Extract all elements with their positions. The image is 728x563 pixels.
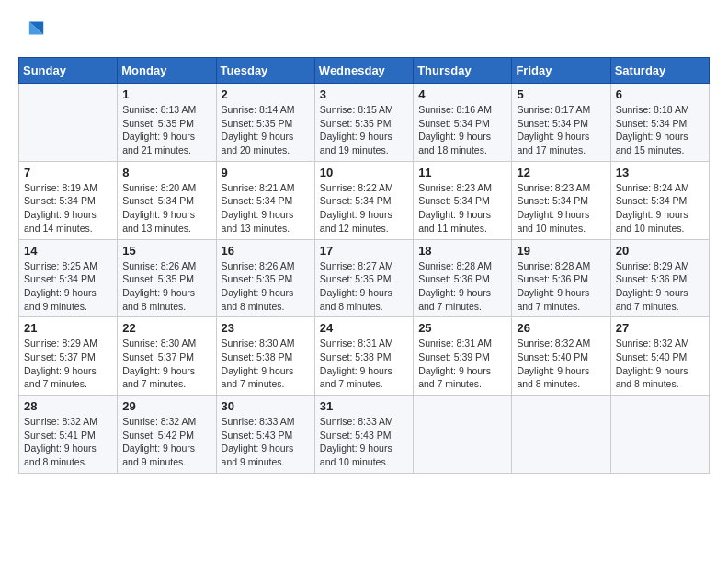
day-info: Sunrise: 8:32 AMSunset: 5:42 PMDaylight:… (122, 415, 210, 469)
calendar-cell: 27Sunrise: 8:32 AMSunset: 5:40 PMDayligh… (610, 317, 709, 396)
day-number: 2 (222, 87, 310, 101)
calendar-cell: 19Sunrise: 8:28 AMSunset: 5:36 PMDayligh… (512, 239, 610, 317)
calendar-cell: 6Sunrise: 8:18 AMSunset: 5:34 PMDaylight… (610, 84, 709, 162)
day-info: Sunrise: 8:29 AMSunset: 5:36 PMDaylight:… (616, 259, 704, 314)
calendar-week-row: 1Sunrise: 8:13 AMSunset: 5:35 PMDaylight… (19, 84, 710, 162)
calendar-cell: 8Sunrise: 8:20 AMSunset: 5:34 PMDaylight… (118, 161, 216, 239)
header-day-thursday: Thursday (414, 58, 512, 84)
day-info: Sunrise: 8:32 AMSunset: 5:40 PMDaylight:… (517, 337, 605, 391)
day-number: 15 (122, 244, 210, 258)
page: SundayMondayTuesdayWednesdayThursdayFrid… (0, 0, 728, 563)
calendar-cell: 1Sunrise: 8:13 AMSunset: 5:35 PMDaylight… (118, 84, 216, 162)
day-number: 18 (418, 244, 506, 258)
header-day-sunday: Sunday (19, 58, 118, 84)
calendar-cell: 21Sunrise: 8:29 AMSunset: 5:37 PMDayligh… (19, 317, 118, 396)
calendar-cell: 17Sunrise: 8:27 AMSunset: 5:35 PMDayligh… (314, 239, 413, 317)
day-info: Sunrise: 8:16 AMSunset: 5:34 PMDaylight:… (418, 103, 506, 157)
day-number: 31 (320, 399, 408, 413)
header (18, 17, 710, 46)
day-info: Sunrise: 8:32 AMSunset: 5:41 PMDaylight:… (24, 415, 112, 469)
calendar-cell: 2Sunrise: 8:14 AMSunset: 5:35 PMDaylight… (216, 84, 314, 162)
day-number: 16 (222, 244, 310, 258)
day-number: 20 (616, 244, 704, 258)
day-info: Sunrise: 8:30 AMSunset: 5:38 PMDaylight:… (222, 337, 310, 391)
calendar-cell: 4Sunrise: 8:16 AMSunset: 5:34 PMDaylight… (414, 84, 512, 162)
day-number: 30 (222, 399, 310, 413)
day-number: 4 (418, 87, 506, 101)
calendar-cell: 28Sunrise: 8:32 AMSunset: 5:41 PMDayligh… (19, 396, 118, 474)
header-day-saturday: Saturday (610, 58, 709, 84)
header-day-monday: Monday (118, 58, 216, 84)
day-number: 28 (24, 399, 112, 413)
day-info: Sunrise: 8:21 AMSunset: 5:34 PMDaylight:… (222, 181, 310, 236)
day-info: Sunrise: 8:22 AMSunset: 5:34 PMDaylight:… (320, 181, 408, 236)
day-number: 24 (320, 321, 408, 335)
day-info: Sunrise: 8:18 AMSunset: 5:34 PMDaylight:… (616, 103, 704, 157)
day-info: Sunrise: 8:20 AMSunset: 5:34 PMDaylight:… (122, 181, 210, 236)
day-number: 12 (517, 166, 605, 179)
calendar-cell: 29Sunrise: 8:32 AMSunset: 5:42 PMDayligh… (118, 396, 216, 474)
header-day-tuesday: Tuesday (216, 58, 314, 84)
day-info: Sunrise: 8:14 AMSunset: 5:35 PMDaylight:… (222, 103, 310, 157)
calendar-week-row: 14Sunrise: 8:25 AMSunset: 5:34 PMDayligh… (19, 239, 710, 317)
calendar-cell: 24Sunrise: 8:31 AMSunset: 5:38 PMDayligh… (314, 317, 413, 396)
calendar-week-row: 7Sunrise: 8:19 AMSunset: 5:34 PMDaylight… (19, 161, 710, 239)
day-number: 23 (222, 321, 310, 335)
calendar-cell: 14Sunrise: 8:25 AMSunset: 5:34 PMDayligh… (19, 239, 118, 317)
day-number: 3 (320, 87, 408, 101)
calendar-cell: 13Sunrise: 8:24 AMSunset: 5:34 PMDayligh… (610, 161, 709, 239)
logo-icon (20, 17, 46, 42)
calendar-week-row: 28Sunrise: 8:32 AMSunset: 5:41 PMDayligh… (19, 396, 710, 474)
header-day-wednesday: Wednesday (314, 58, 413, 84)
calendar-cell: 30Sunrise: 8:33 AMSunset: 5:43 PMDayligh… (216, 396, 314, 474)
day-info: Sunrise: 8:30 AMSunset: 5:37 PMDaylight:… (122, 337, 210, 391)
day-number: 6 (616, 87, 704, 101)
calendar-cell: 16Sunrise: 8:26 AMSunset: 5:35 PMDayligh… (216, 239, 314, 317)
calendar-week-row: 21Sunrise: 8:29 AMSunset: 5:37 PMDayligh… (19, 317, 710, 396)
day-number: 26 (517, 321, 605, 335)
calendar-cell (610, 396, 709, 474)
day-number: 13 (616, 166, 704, 179)
day-number: 1 (122, 87, 210, 101)
calendar-cell: 11Sunrise: 8:23 AMSunset: 5:34 PMDayligh… (414, 161, 512, 239)
calendar-cell: 12Sunrise: 8:23 AMSunset: 5:34 PMDayligh… (512, 161, 610, 239)
day-info: Sunrise: 8:26 AMSunset: 5:35 PMDaylight:… (122, 259, 210, 314)
calendar-cell: 18Sunrise: 8:28 AMSunset: 5:36 PMDayligh… (414, 239, 512, 317)
day-number: 7 (24, 166, 112, 179)
calendar-cell: 15Sunrise: 8:26 AMSunset: 5:35 PMDayligh… (118, 239, 216, 317)
day-info: Sunrise: 8:33 AMSunset: 5:43 PMDaylight:… (320, 415, 408, 469)
calendar-cell (512, 396, 610, 474)
day-number: 11 (418, 166, 506, 179)
day-number: 10 (320, 166, 408, 179)
day-info: Sunrise: 8:31 AMSunset: 5:39 PMDaylight:… (418, 337, 506, 391)
calendar-cell: 7Sunrise: 8:19 AMSunset: 5:34 PMDaylight… (19, 161, 118, 239)
day-info: Sunrise: 8:33 AMSunset: 5:43 PMDaylight:… (222, 415, 310, 469)
day-number: 17 (320, 244, 408, 258)
calendar-cell: 31Sunrise: 8:33 AMSunset: 5:43 PMDayligh… (314, 396, 413, 474)
calendar-table: SundayMondayTuesdayWednesdayThursdayFrid… (18, 57, 710, 474)
day-number: 22 (122, 321, 210, 335)
calendar-cell: 25Sunrise: 8:31 AMSunset: 5:39 PMDayligh… (414, 317, 512, 396)
day-number: 14 (24, 244, 112, 258)
calendar-cell: 9Sunrise: 8:21 AMSunset: 5:34 PMDaylight… (216, 161, 314, 239)
day-info: Sunrise: 8:28 AMSunset: 5:36 PMDaylight:… (418, 259, 506, 314)
day-number: 27 (616, 321, 704, 335)
calendar-cell (414, 396, 512, 474)
calendar-cell: 22Sunrise: 8:30 AMSunset: 5:37 PMDayligh… (118, 317, 216, 396)
day-info: Sunrise: 8:27 AMSunset: 5:35 PMDaylight:… (320, 259, 408, 314)
day-info: Sunrise: 8:28 AMSunset: 5:36 PMDaylight:… (517, 259, 605, 314)
day-info: Sunrise: 8:29 AMSunset: 5:37 PMDaylight:… (24, 337, 112, 391)
calendar-header-row: SundayMondayTuesdayWednesdayThursdayFrid… (19, 58, 710, 84)
calendar-cell (19, 84, 118, 162)
day-number: 19 (517, 244, 605, 258)
day-number: 9 (222, 166, 310, 179)
day-number: 29 (122, 399, 210, 413)
day-info: Sunrise: 8:24 AMSunset: 5:34 PMDaylight:… (616, 181, 704, 236)
day-info: Sunrise: 8:31 AMSunset: 5:38 PMDaylight:… (320, 337, 408, 391)
calendar-cell: 23Sunrise: 8:30 AMSunset: 5:38 PMDayligh… (216, 317, 314, 396)
day-number: 25 (418, 321, 506, 335)
calendar-cell: 26Sunrise: 8:32 AMSunset: 5:40 PMDayligh… (512, 317, 610, 396)
day-number: 5 (517, 87, 605, 101)
day-info: Sunrise: 8:23 AMSunset: 5:34 PMDaylight:… (418, 181, 506, 236)
day-info: Sunrise: 8:15 AMSunset: 5:35 PMDaylight:… (320, 103, 408, 157)
